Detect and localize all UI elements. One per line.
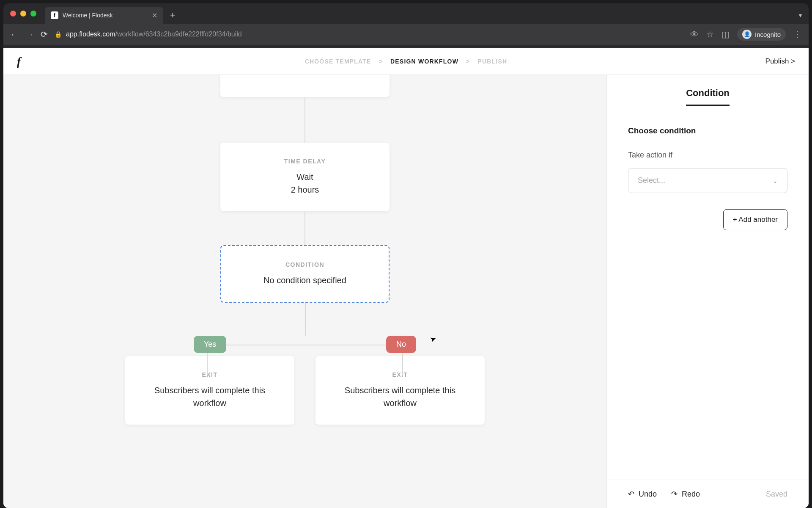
panel-icon[interactable]: ◫ <box>721 29 730 39</box>
crumb-publish[interactable]: PUBLISH <box>478 58 508 65</box>
eye-off-icon[interactable]: 👁 <box>690 30 699 39</box>
select-placeholder: Select... <box>638 176 665 185</box>
node-text: Wait 2 hours <box>232 171 378 196</box>
tab-condition[interactable]: Condition <box>686 88 730 106</box>
node-text: Subscribers will complete this workflow <box>137 384 283 409</box>
minimize-window-button[interactable] <box>20 11 26 17</box>
browser-chrome: f Welcome | Flodesk ✕ + ▾ ← → ⟳ 🔒 app.fl… <box>3 3 809 48</box>
back-button[interactable]: ← <box>10 30 19 39</box>
panel-footer: ↶ Undo ↷ Redo Saved <box>607 480 809 508</box>
window-controls <box>10 11 36 17</box>
incognito-badge[interactable]: 👤 Incognito <box>737 28 786 41</box>
undo-icon: ↶ <box>628 489 634 499</box>
bookmark-star-icon[interactable]: ☆ <box>706 29 714 39</box>
node-label: EXIT <box>137 371 283 378</box>
side-panel: Condition Choose condition Take action i… <box>606 75 809 508</box>
node-label: CONDITION <box>233 261 377 268</box>
saved-status: Saved <box>766 490 787 499</box>
panel-body: Choose condition Take action if Select..… <box>607 106 809 480</box>
reload-button[interactable]: ⟳ <box>41 29 48 39</box>
no-branch-pill[interactable]: No <box>386 336 416 353</box>
node-label: EXIT <box>327 371 473 378</box>
chevron-right-icon: > <box>466 58 470 65</box>
chevron-right-icon: > <box>379 58 383 65</box>
connector-line <box>304 211 305 245</box>
node-text: Subscribers will complete this workflow <box>327 384 473 409</box>
browser-tab[interactable]: f Welcome | Flodesk ✕ <box>45 7 163 24</box>
incognito-icon: 👤 <box>742 30 752 39</box>
url-host: app.flodesk.com <box>66 30 115 38</box>
publish-button[interactable]: Publish > <box>765 57 795 66</box>
add-another-button[interactable]: + Add another <box>723 209 787 230</box>
maximize-window-button[interactable] <box>30 11 36 17</box>
time-delay-node[interactable]: TIME DELAY Wait 2 hours <box>220 143 390 211</box>
connector-line <box>304 97 305 143</box>
toolbar-right: 👁 ☆ ◫ 👤 Incognito ⋮ <box>690 28 802 41</box>
crumb-design-workflow[interactable]: DESIGN WORKFLOW <box>390 58 458 65</box>
tab-title: Welcome | Flodesk <box>63 12 148 19</box>
panel-subtext: Take action if <box>628 151 787 160</box>
undo-button[interactable]: ↶ Undo <box>628 489 657 499</box>
condition-select[interactable]: Select... ⌄ <box>628 168 787 193</box>
flow-container: TIME DELAY Wait 2 hours CONDITION No con… <box>110 75 499 425</box>
forward-button[interactable]: → <box>25 30 34 39</box>
url-input[interactable]: 🔒 app.flodesk.com/workflow/6343c2ba9dfe2… <box>55 30 683 38</box>
tab-favicon-icon: f <box>51 11 58 19</box>
exit-row: EXIT Subscribers will complete this work… <box>110 356 499 425</box>
panel-tabs: Condition <box>607 75 809 106</box>
url-path: /workflow/6343c2ba9dfe222fffd20f34/build <box>115 30 242 38</box>
address-bar: ← → ⟳ 🔒 app.flodesk.com/workflow/6343c2b… <box>3 24 809 45</box>
chevron-down-icon: ⌄ <box>773 177 778 184</box>
redo-button[interactable]: ↷ Redo <box>671 489 700 499</box>
condition-node[interactable]: CONDITION No condition specified <box>220 245 390 303</box>
app-window: f CHOOSE TEMPLATE > DESIGN WORKFLOW > PU… <box>3 48 809 508</box>
tabs-chevron-icon[interactable]: ▾ <box>799 12 802 19</box>
lock-icon: 🔒 <box>55 31 62 38</box>
breadcrumb: CHOOSE TEMPLATE > DESIGN WORKFLOW > PUBL… <box>305 58 508 65</box>
panel-heading: Choose condition <box>628 126 787 135</box>
connector-line <box>305 303 306 336</box>
app-header: f CHOOSE TEMPLATE > DESIGN WORKFLOW > PU… <box>3 48 809 75</box>
node-label: TIME DELAY <box>232 158 378 165</box>
crumb-choose-template[interactable]: CHOOSE TEMPLATE <box>305 58 371 65</box>
redo-icon: ↷ <box>671 489 678 499</box>
connector-line <box>207 345 403 345</box>
node-text: No condition specified <box>233 274 377 287</box>
close-window-button[interactable] <box>10 11 16 17</box>
new-tab-button[interactable]: + <box>170 10 176 21</box>
workspace: TIME DELAY Wait 2 hours CONDITION No con… <box>3 75 809 508</box>
workflow-canvas[interactable]: TIME DELAY Wait 2 hours CONDITION No con… <box>3 75 606 508</box>
close-tab-icon[interactable]: ✕ <box>152 11 157 19</box>
kebab-menu-icon[interactable]: ⋮ <box>793 29 802 39</box>
incognito-label: Incognito <box>755 31 781 38</box>
title-bar: f Welcome | Flodesk ✕ + ▾ <box>3 3 809 24</box>
logo[interactable]: f <box>17 55 21 68</box>
yes-branch-pill[interactable]: Yes <box>194 336 226 353</box>
workflow-node-partial[interactable] <box>220 75 390 97</box>
exit-node-yes[interactable]: EXIT Subscribers will complete this work… <box>125 356 294 425</box>
exit-node-no[interactable]: EXIT Subscribers will complete this work… <box>315 356 485 425</box>
